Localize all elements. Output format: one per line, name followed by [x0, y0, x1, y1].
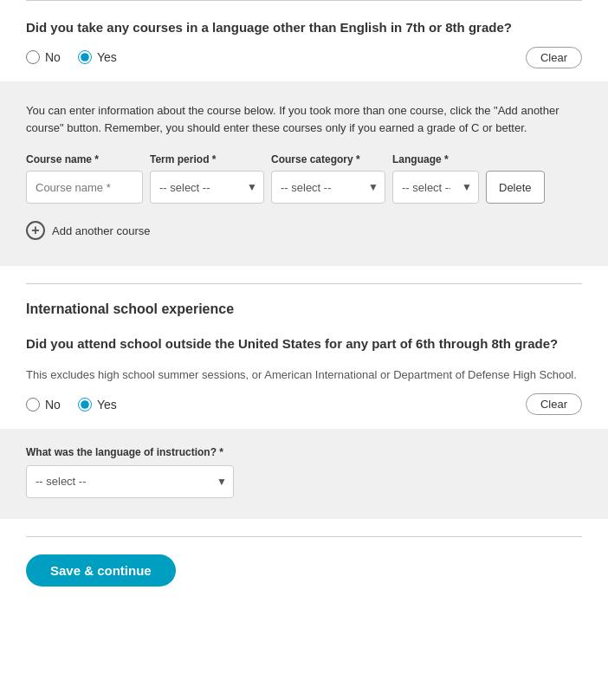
intl-subtitle-text: This excludes high school summer session… — [26, 366, 582, 384]
language-course-wrapper: -- select -- ▼ — [392, 171, 479, 204]
intl-clear-button[interactable]: Clear — [526, 393, 582, 415]
course-category-group: Course category * -- select -- ▼ — [271, 153, 385, 204]
intl-section: International school experience Did you … — [0, 284, 608, 429]
language-instruction-select[interactable]: -- select -- — [26, 465, 234, 498]
add-course-button[interactable]: + Add another course — [26, 217, 150, 243]
question1-yes-label[interactable]: Yes — [78, 50, 117, 64]
language-instruction-box: What was the language of instruction? * … — [0, 429, 608, 519]
question1-title: Did you take any courses in a language o… — [26, 18, 582, 36]
info-box: You can enter information about the cour… — [0, 81, 608, 266]
language-course-label: Language * — [392, 153, 479, 165]
language-instruction-label: What was the language of instruction? * — [26, 446, 582, 458]
question1-yes-text: Yes — [97, 50, 117, 64]
delete-course-button[interactable]: Delete — [486, 171, 545, 204]
term-period-group: Term period * -- select -- ▼ — [150, 153, 264, 204]
question1-yes-radio[interactable] — [78, 50, 92, 64]
intl-no-label[interactable]: No — [26, 398, 61, 412]
intl-question-title: Did you attend school outside the United… — [26, 334, 582, 353]
info-text: You can enter information about the cour… — [26, 102, 582, 136]
term-period-select[interactable]: -- select -- — [150, 171, 264, 204]
course-category-label: Course category * — [271, 153, 385, 165]
intl-yes-text: Yes — [97, 398, 117, 412]
language-instruction-wrapper: -- select -- ▼ — [26, 465, 234, 498]
question1-radio-group: No Yes Clear — [26, 50, 582, 64]
course-name-group: Course name * — [26, 153, 143, 204]
intl-section-heading: International school experience — [26, 301, 582, 317]
intl-no-radio[interactable] — [26, 398, 40, 412]
term-period-label: Term period * — [150, 153, 264, 165]
course-category-select[interactable]: -- select -- — [271, 171, 385, 204]
question1-no-radio[interactable] — [26, 50, 40, 64]
course-row: Course name * Term period * -- select --… — [26, 153, 582, 204]
intl-yes-radio[interactable] — [78, 398, 92, 412]
term-period-wrapper: -- select -- ▼ — [150, 171, 264, 204]
course-name-input[interactable] — [26, 171, 143, 204]
question1-no-label[interactable]: No — [26, 50, 61, 64]
question1-section: Did you take any courses in a language o… — [0, 1, 608, 81]
add-course-label: Add another course — [52, 224, 150, 237]
course-category-wrapper: -- select -- ▼ — [271, 171, 385, 204]
language-course-group: Language * -- select -- ▼ — [392, 153, 479, 204]
question1-no-text: No — [45, 50, 61, 64]
course-name-label: Course name * — [26, 153, 143, 165]
language-course-select[interactable]: -- select -- — [392, 171, 479, 204]
save-continue-button[interactable]: Save & continue — [26, 554, 176, 587]
intl-yes-label[interactable]: Yes — [78, 398, 117, 412]
plus-circle-icon: + — [26, 221, 45, 240]
intl-no-text: No — [45, 398, 61, 412]
intl-radio-group: No Yes Clear — [26, 398, 582, 412]
question1-clear-button[interactable]: Clear — [526, 47, 582, 68]
